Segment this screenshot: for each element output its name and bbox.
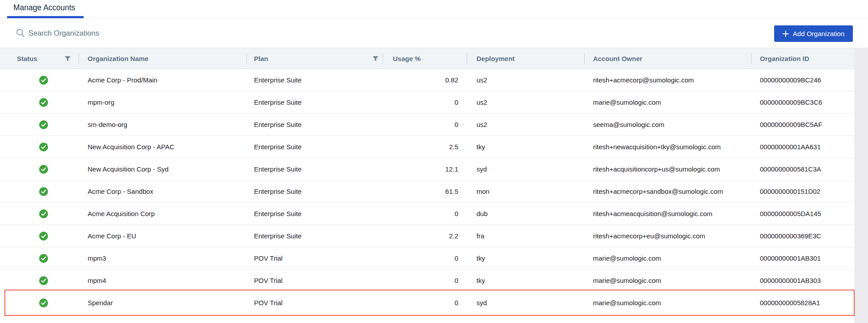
org-name-cell: mpm3 (88, 247, 243, 269)
table-row[interactable]: Acme Corp - Prod/Main Enterprise Suite 0… (0, 69, 854, 91)
plan-cell: POV Trial (254, 247, 379, 269)
table-row[interactable]: Acme Acquisition Corp Enterprise Suite 0… (0, 203, 854, 225)
usage-cell: 2.5 (393, 136, 458, 158)
tab-manage-accounts[interactable]: Manage Accounts (13, 3, 75, 12)
status-active-icon (39, 254, 48, 263)
owner-cell: seema@sumologic.com (593, 114, 749, 135)
org-name-cell: Acme Corp - EU (88, 225, 243, 247)
status-filter-icon[interactable] (64, 55, 71, 62)
owner-cell: marie@sumologic.com (593, 91, 749, 113)
column-header-account-owner[interactable]: Account Owner (593, 48, 642, 69)
add-organization-button[interactable]: Add Organization (774, 25, 853, 42)
usage-cell: 2.2 (393, 225, 458, 247)
plan-filter-icon[interactable] (372, 55, 379, 62)
usage-cell: 61.5 (393, 180, 458, 202)
column-divider (246, 53, 247, 65)
table-row[interactable]: Acme Corp - Sandbox Enterprise Suite 61.… (0, 180, 854, 203)
table-row[interactable]: New Acquisition Corp - APAC Enterprise S… (0, 136, 854, 158)
column-divider (467, 53, 467, 65)
deployment-cell: syd (476, 292, 579, 314)
status-cell (39, 136, 50, 158)
owner-cell: marie@sumologic.com (593, 270, 749, 291)
toolbar: Add Organization (0, 19, 868, 48)
table-row[interactable]: sm-demo-org Enterprise Suite 0 us2 seema… (0, 114, 854, 136)
plan-cell: Enterprise Suite (254, 69, 379, 91)
column-header-usage[interactable]: Usage % (393, 48, 421, 69)
status-active-icon (39, 98, 48, 107)
scrollbar-gutter[interactable] (854, 48, 868, 323)
deployment-cell: dub (476, 203, 579, 225)
status-cell (39, 270, 50, 291)
column-header-deployment[interactable]: Deployment (476, 48, 515, 69)
deployment-cell: us2 (476, 114, 579, 135)
owner-cell: marie@sumologic.com (593, 247, 749, 269)
deployment-cell: us2 (476, 69, 579, 91)
org-name-cell: mpm4 (88, 270, 243, 291)
status-cell (39, 69, 50, 91)
search-box[interactable] (16, 25, 278, 41)
tab-bar: Manage Accounts (0, 0, 868, 18)
owner-cell: ritesh+acmeacquisition@sumologic.com (593, 203, 749, 225)
org-id-cell: 00000000001AB303 (760, 270, 853, 291)
org-name-cell: New Acquisition Corp - APAC (88, 136, 243, 158)
manage-accounts-page: Manage Accounts Add Organization Status … (0, 0, 868, 323)
usage-cell: 0 (393, 247, 458, 269)
column-header-organization-id[interactable]: Organization ID (760, 48, 809, 69)
org-name-cell: sm-demo-org (88, 114, 243, 135)
plan-cell: Enterprise Suite (254, 91, 379, 113)
plan-cell: Enterprise Suite (254, 136, 379, 158)
table-row[interactable]: Acme Corp - EU Enterprise Suite 2.2 fra … (0, 225, 854, 247)
table-row[interactable]: mpm-org Enterprise Suite 0 us2 marie@sum… (0, 91, 854, 114)
table-row[interactable]: mpm3 POV Trial 0 tky marie@sumologic.com… (0, 247, 854, 270)
status-cell (39, 180, 50, 202)
owner-cell: marie@sumologic.com (593, 292, 749, 314)
usage-cell: 12.1 (393, 158, 458, 180)
org-id-cell: 00000000009BC3C6 (760, 91, 853, 113)
column-divider (79, 53, 79, 65)
plan-cell: POV Trial (254, 270, 379, 291)
deployment-cell: tky (476, 136, 579, 158)
org-id-cell: 00000000001AB301 (760, 247, 853, 269)
status-cell (39, 292, 50, 314)
add-organization-label: Add Organization (793, 30, 844, 37)
status-active-icon (39, 187, 48, 196)
owner-cell: ritesh+acquisitioncorp+us@sumologic.com (593, 158, 749, 180)
status-active-icon (39, 143, 48, 151)
org-id-cell: 00000000009BC5AF (760, 114, 853, 135)
column-header-plan[interactable]: Plan (254, 48, 268, 69)
status-cell (39, 114, 50, 135)
table-row[interactable]: mpm4 POV Trial 0 tky marie@sumologic.com… (0, 270, 854, 292)
status-cell (39, 158, 50, 180)
status-active-icon (39, 165, 48, 174)
status-active-icon (39, 298, 48, 307)
column-header-organization-name[interactable]: Organization Name (88, 48, 149, 69)
plus-icon (783, 31, 789, 37)
usage-cell: 0 (393, 270, 458, 291)
deployment-cell: syd (476, 158, 579, 180)
table-body: Acme Corp - Prod/Main Enterprise Suite 0… (0, 69, 854, 314)
org-name-cell: Acme Corp - Sandbox (88, 180, 243, 202)
org-name-cell: Acme Corp - Prod/Main (88, 69, 243, 91)
search-input[interactable] (28, 29, 278, 37)
plan-cell: Enterprise Suite (254, 158, 379, 180)
status-cell (39, 247, 50, 269)
org-id-cell: 00000000001AA631 (760, 136, 853, 158)
plan-cell: Enterprise Suite (254, 225, 379, 247)
owner-cell: ritesh+acmecorp+eu@sumologic.com (593, 225, 749, 247)
deployment-cell: tky (476, 247, 579, 269)
deployment-cell: us2 (476, 91, 579, 113)
org-id-cell: 00000000005828A1 (760, 292, 853, 314)
column-divider (383, 53, 383, 65)
table-header: Status Organization Name Plan Usage % De… (0, 48, 854, 69)
column-header-status[interactable]: Status (17, 48, 37, 69)
usage-cell: 0 (393, 91, 458, 113)
usage-cell: 0 (393, 114, 458, 135)
column-divider (751, 53, 751, 65)
active-tab-underline (7, 16, 84, 18)
status-cell (39, 203, 50, 225)
table-row[interactable]: Spendar POV Trial 0 syd marie@sumologic.… (0, 292, 854, 314)
status-cell (39, 91, 50, 113)
deployment-cell: mon (476, 180, 579, 202)
org-name-cell: mpm-org (88, 91, 243, 113)
table-row[interactable]: New Acquisition Corp - Syd Enterprise Su… (0, 158, 854, 180)
